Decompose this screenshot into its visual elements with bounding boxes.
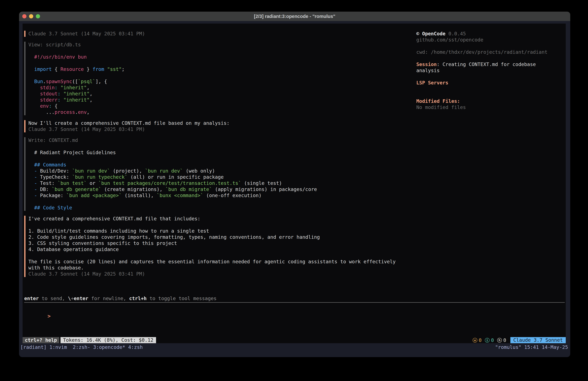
terminal-line: Bun.spawnSync([`psql`], {	[28, 78, 415, 85]
hint-value: 0	[503, 337, 506, 343]
hint-count: h0	[497, 337, 506, 343]
terminal-line: - Build/Dev: `bun run dev` (project), `b…	[28, 168, 415, 174]
tmux-status-bar: [radiant] 1:nvim 2:zsh- 3:opencode* 4:zs…	[19, 344, 570, 357]
terminal-line: Session: Creating CONTEXT.md for codebas…	[416, 61, 568, 67]
terminal-line: env: {	[28, 103, 415, 109]
terminal-line	[28, 156, 415, 162]
info-count: i0	[485, 337, 494, 343]
warning-icon: w	[473, 338, 477, 343]
terminal-line	[416, 86, 568, 92]
warning-count: w0	[473, 337, 482, 343]
message-block: Claude 3.7 Sonnet (14 May 2025 03:41 PM)	[24, 31, 415, 37]
terminal-line: ## Commands	[28, 162, 415, 168]
terminal-line: #!/usr/bin/env bun	[28, 54, 415, 60]
prompt-caret: >	[48, 313, 51, 319]
terminal-line	[28, 48, 415, 54]
terminal-line: stderr: "inherit",	[28, 97, 415, 103]
tokens-cost-chip: Tokens: 16.4K (8%), Cost: $0.12	[61, 337, 156, 343]
terminal-line: # Radiant Project Guidelines	[28, 150, 415, 156]
terminal-line: Claude 3.7 Sonnet (14 May 2025 03:41 PM)	[28, 126, 415, 132]
terminal-window: [2/3] radiant:3:opencode - "romulus" Cla…	[19, 12, 570, 357]
terminal-line	[416, 55, 568, 61]
window-titlebar[interactable]: [2/3] radiant:3:opencode - "romulus"	[19, 12, 570, 21]
terminal-line	[416, 43, 568, 49]
keybind-help: enter to send, \+enter for newline, ctrl…	[24, 295, 565, 302]
input-area: enter to send, \+enter for newline, ctrl…	[24, 295, 565, 313]
tmux-window-list[interactable]: [radiant] 1:nvim 2:zsh- 3:opencode* 4:zs…	[20, 344, 143, 350]
tmux-session-clock: "romulus" 15:41 14-May-25	[495, 344, 568, 350]
terminal-line	[28, 60, 415, 66]
terminal-line: View: script/db.ts	[28, 42, 415, 48]
message-block: Now I'll create a comprehensive CONTEXT.…	[24, 120, 415, 132]
status-bar-left: ctrl+? help Tokens: 16.4K (8%), Cost: $0…	[22, 337, 156, 343]
terminal-line: cwd: /home/thdxr/dev/projects/radiant/ra…	[416, 49, 568, 55]
terminal-line: Claude 3.7 Sonnet (14 May 2025 03:41 PM)	[28, 271, 415, 277]
terminal-line: - TypeCheck: `bun run typecheck` (all) o…	[28, 174, 415, 180]
terminal-line	[28, 72, 415, 78]
terminal-line: 2. Code style guidelines covering import…	[28, 234, 415, 240]
help-shortcut-chip: ctrl+? help	[22, 337, 59, 343]
terminal-line	[28, 199, 415, 205]
terminal-line: LSP Servers	[416, 80, 568, 86]
terminal-line	[28, 143, 415, 150]
terminal-line: github.com/sst/opencode	[416, 37, 568, 43]
model-chip: Claude 3.7 Sonnet	[510, 337, 566, 343]
terminal-line: stdin: "inherit",	[28, 85, 415, 91]
window-title: [2/3] radiant:3:opencode - "romulus"	[19, 12, 570, 21]
session-sidebar: © OpenCode 0.0.45github.com/sst/opencode…	[416, 31, 568, 111]
tool-block: View: script/db.ts #!/usr/bin/env bun im…	[24, 42, 415, 115]
terminal-line	[416, 92, 568, 98]
info-value: 0	[491, 337, 494, 343]
hint-icon: h	[497, 338, 502, 343]
terminal-line: 3. CSS styling conventions specific to t…	[28, 240, 415, 246]
terminal-line: No modified files	[416, 104, 568, 111]
chat-history: Claude 3.7 Sonnet (14 May 2025 03:41 PM)…	[24, 31, 415, 282]
terminal-line: - Package: `bun add <package>` (install)…	[28, 192, 415, 199]
terminal-line	[416, 74, 568, 80]
terminal-line: - DB: `bun db generate` (create migratio…	[28, 186, 415, 192]
terminal-line: I've created a comprehensive CONTEXT.md …	[28, 216, 415, 222]
terminal-line: Write: CONTEXT.md	[28, 137, 415, 143]
terminal-line: with this codebase.	[28, 265, 415, 271]
terminal-line: Claude 3.7 Sonnet (14 May 2025 03:41 PM)	[28, 31, 415, 37]
terminal-line: import { Resource } from "sst";	[28, 66, 415, 72]
terminal-line: 4. Database operations guidance	[28, 246, 415, 252]
terminal-line	[28, 252, 415, 259]
warning-value: 0	[479, 337, 482, 343]
terminal-line: Now I'll create a comprehensive CONTEXT.…	[28, 120, 415, 126]
status-bar-right: w0i0h0 Claude 3.7 Sonnet	[473, 337, 566, 343]
terminal-line: stdout: "inherit",	[28, 91, 415, 97]
message-block: I've created a comprehensive CONTEXT.md …	[24, 216, 415, 277]
status-bar: ctrl+? help Tokens: 16.4K (8%), Cost: $0…	[22, 337, 566, 343]
terminal-line: © OpenCode 0.0.45	[416, 31, 568, 37]
tool-block: Write: CONTEXT.md # Radiant Project Guid…	[24, 137, 415, 211]
info-icon: i	[485, 338, 490, 343]
opencode-pane[interactable]: Claude 3.7 Sonnet (14 May 2025 03:41 PM)…	[22, 23, 566, 343]
diagnostics-counters: w0i0h0	[473, 337, 506, 343]
terminal-line: Modified Files:	[416, 98, 568, 104]
input-divider	[24, 302, 565, 303]
terminal-line: ...process.env,	[28, 109, 415, 115]
terminal-line: analysis	[416, 67, 568, 74]
terminal-line	[28, 222, 415, 228]
prompt-input[interactable]: >	[24, 307, 565, 313]
terminal-line: The file is concise (20 lines) and captu…	[28, 259, 415, 265]
terminal-line: 1. Build/lint/test commands including ho…	[28, 228, 415, 234]
terminal-line: ## Code Style	[28, 205, 415, 211]
terminal-line: - Test: `bun test` or `bun test packages…	[28, 180, 415, 186]
